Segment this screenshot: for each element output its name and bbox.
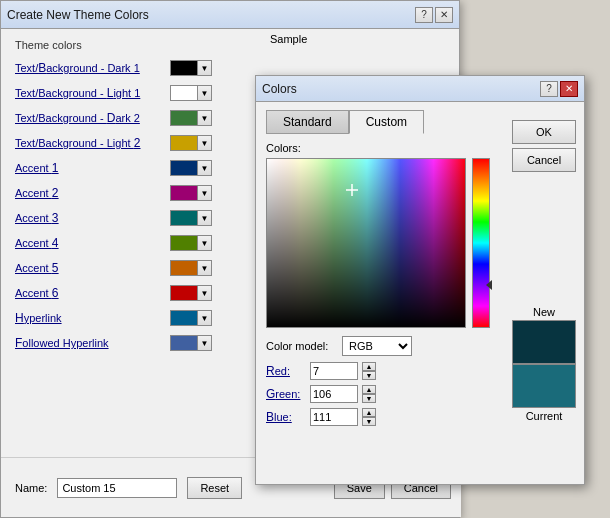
cancel-colors-button[interactable]: Cancel (512, 148, 576, 172)
red-label: Red: (266, 364, 306, 378)
hue-marker (486, 280, 492, 290)
dropdown-arrow-6[interactable]: ▼ (198, 210, 212, 226)
dropdown-arrow-10[interactable]: ▼ (198, 310, 212, 326)
blue-spin: ▲ ▼ (362, 408, 376, 426)
colors-titlebar-buttons: ? ✕ (540, 81, 578, 97)
color-dropdown-3: ▼ (170, 135, 212, 151)
green-spin-up[interactable]: ▲ (362, 385, 376, 394)
colors-dialog: Colors ? ✕ Standard Custom Colors: (255, 75, 585, 485)
green-input[interactable] (310, 385, 358, 403)
red-spin-up[interactable]: ▲ (362, 362, 376, 371)
theme-label-1: Text/Background - Light 1 (15, 86, 170, 100)
help-btn-main[interactable]: ? (415, 7, 433, 23)
dropdown-arrow-4[interactable]: ▼ (198, 160, 212, 176)
theme-label-5: Accent 2 (15, 186, 170, 200)
blue-spin-up[interactable]: ▲ (362, 408, 376, 417)
main-dialog-title: Create New Theme Colors (7, 8, 149, 22)
theme-label-3: Text/Background - Light 2 (15, 136, 170, 150)
hue-slider[interactable] (472, 158, 490, 328)
dropdown-arrow-7[interactable]: ▼ (198, 235, 212, 251)
theme-label-6: Accent 3 (15, 211, 170, 225)
dropdown-arrow-5[interactable]: ▼ (198, 185, 212, 201)
color-preview-area: New Current (512, 304, 576, 424)
color-dropdown-4: ▼ (170, 160, 212, 176)
red-input[interactable] (310, 362, 358, 380)
color-box-10[interactable] (170, 310, 198, 326)
new-color-box (512, 320, 576, 364)
red-spin-down[interactable]: ▼ (362, 371, 376, 380)
color-picker-area (266, 158, 574, 328)
blue-input[interactable] (310, 408, 358, 426)
color-dropdown-1: ▼ (170, 85, 212, 101)
name-label: Name: (15, 482, 47, 494)
green-spin: ▲ ▼ (362, 385, 376, 403)
theme-label-2: Text/Background - Dark 2 (15, 111, 170, 125)
colors-title: Colors (262, 82, 297, 96)
close-btn-main[interactable]: ✕ (435, 7, 453, 23)
dropdown-arrow-8[interactable]: ▼ (198, 260, 212, 276)
color-gradient-canvas[interactable] (266, 158, 466, 328)
theme-label-10: Hyperlink (15, 311, 170, 325)
ok-cancel-area: OK Cancel (512, 120, 576, 172)
color-dropdown-2: ▼ (170, 110, 212, 126)
green-spin-down[interactable]: ▼ (362, 394, 376, 403)
green-label: Green: (266, 387, 306, 401)
dropdown-arrow-3[interactable]: ▼ (198, 135, 212, 151)
theme-label-8: Accent 5 (15, 261, 170, 275)
dropdown-arrow-2[interactable]: ▼ (198, 110, 212, 126)
ok-button[interactable]: OK (512, 120, 576, 144)
color-box-1[interactable] (170, 85, 198, 101)
sample-label: Sample (266, 31, 456, 47)
tab-custom[interactable]: Custom (349, 110, 424, 134)
color-dropdown-10: ▼ (170, 310, 212, 326)
color-box-9[interactable] (170, 285, 198, 301)
color-dropdown-5: ▼ (170, 185, 212, 201)
dropdown-arrow-1[interactable]: ▼ (198, 85, 212, 101)
colors-titlebar: Colors ? ✕ (256, 76, 584, 102)
color-model-label: Color model: (266, 340, 336, 352)
reset-button[interactable]: Reset (187, 477, 242, 499)
color-box-0[interactable] (170, 60, 198, 76)
color-dropdown-8: ▼ (170, 260, 212, 276)
theme-label-11: Followed Hyperlink (15, 336, 170, 350)
current-label: Current (512, 410, 576, 422)
color-box-3[interactable] (170, 135, 198, 151)
theme-label-4: Accent 1 (15, 161, 170, 175)
dropdown-arrow-0[interactable]: ▼ (198, 60, 212, 76)
blue-label: Blue: (266, 410, 306, 424)
dropdown-arrow-9[interactable]: ▼ (198, 285, 212, 301)
blue-spin-down[interactable]: ▼ (362, 417, 376, 426)
current-color-box (512, 364, 576, 408)
color-dropdown-6: ▼ (170, 210, 212, 226)
red-spin: ▲ ▼ (362, 362, 376, 380)
color-box-6[interactable] (170, 210, 198, 226)
color-box-5[interactable] (170, 185, 198, 201)
color-box-4[interactable] (170, 160, 198, 176)
color-dropdown-11: ▼ (170, 335, 212, 351)
dropdown-arrow-11[interactable]: ▼ (198, 335, 212, 351)
theme-label-7: Accent 4 (15, 236, 170, 250)
sample-area: Sample (266, 31, 456, 69)
theme-label-0: Text/Background - Dark 1 (15, 61, 170, 75)
main-titlebar-buttons: ? ✕ (415, 7, 453, 23)
color-box-8[interactable] (170, 260, 198, 276)
main-dialog-titlebar: Create New Theme Colors ? ✕ (1, 1, 459, 29)
color-dropdown-9: ▼ (170, 285, 212, 301)
tab-standard[interactable]: Standard (266, 110, 349, 134)
color-box-11[interactable] (170, 335, 198, 351)
color-box-7[interactable] (170, 235, 198, 251)
color-dropdown-0: ▼ (170, 60, 212, 76)
close-btn-colors[interactable]: ✕ (560, 81, 578, 97)
help-btn-colors[interactable]: ? (540, 81, 558, 97)
color-model-select[interactable]: RGB HSL (342, 336, 412, 356)
color-dropdown-7: ▼ (170, 235, 212, 251)
theme-label-9: Accent 6 (15, 286, 170, 300)
name-input[interactable] (57, 478, 177, 498)
new-label: New (512, 306, 576, 318)
color-box-2[interactable] (170, 110, 198, 126)
hue-gradient-bar (473, 159, 489, 327)
svg-rect-2 (267, 159, 466, 328)
